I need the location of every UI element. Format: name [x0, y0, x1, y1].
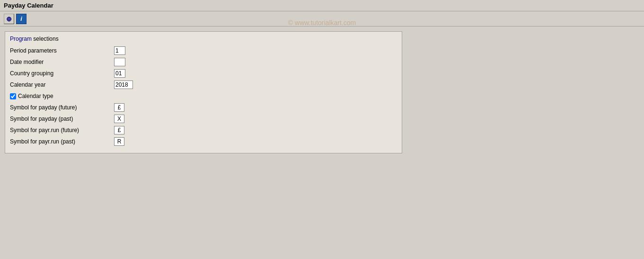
country-grouping-row: Country grouping — [10, 69, 397, 78]
back-icon: ⊕ — [6, 15, 12, 23]
symbol-payrrun-past-label: Symbol for payr.run (past) — [10, 138, 114, 145]
date-modifier-row: Date modifier — [10, 57, 397, 67]
country-grouping-input[interactable] — [114, 69, 125, 78]
section-title-program: Program — [10, 36, 32, 42]
calendar-type-row: Calendar type — [10, 91, 397, 101]
date-modifier-input[interactable] — [114, 58, 125, 66]
symbol-payrrun-future-label: Symbol for payr.run (future) — [10, 127, 114, 134]
toolbar: ⊕ i © www.tutorialkart.com — [0, 11, 644, 27]
back-button[interactable]: ⊕ — [4, 14, 14, 24]
page-title: Payday Calendar — [4, 2, 53, 9]
symbol-payday-future-row: Symbol for payday (future) — [10, 103, 397, 112]
symbol-payrrun-future-row: Symbol for payr.run (future) — [10, 125, 397, 135]
watermark-text: © www.tutorialkart.com — [288, 19, 356, 27]
program-selections-section: Program selections Period parameters Dat… — [5, 31, 402, 153]
calendar-type-label[interactable]: Calendar type — [18, 93, 53, 99]
symbol-payday-future-input[interactable] — [114, 103, 124, 112]
calendar-year-row: Calendar year — [10, 80, 397, 89]
section-title: Program selections — [10, 36, 397, 42]
date-modifier-label: Date modifier — [10, 59, 114, 65]
country-grouping-label: Country grouping — [10, 70, 114, 77]
period-parameters-input[interactable] — [114, 46, 125, 55]
symbol-payrrun-past-row: Symbol for payr.run (past) — [10, 137, 397, 146]
section-title-selections: selections — [32, 36, 59, 42]
calendar-type-checkbox[interactable] — [10, 93, 16, 99]
calendar-year-input[interactable] — [114, 80, 133, 89]
info-button[interactable]: i — [16, 14, 26, 24]
period-parameters-row: Period parameters — [10, 46, 397, 55]
symbol-payday-past-label: Symbol for payday (past) — [10, 116, 114, 122]
info-icon: i — [20, 15, 22, 22]
symbol-payrrun-past-input[interactable] — [114, 137, 124, 146]
symbol-payday-past-input[interactable] — [114, 115, 124, 123]
title-bar: Payday Calendar — [0, 0, 644, 11]
calendar-year-label: Calendar year — [10, 81, 114, 88]
symbol-payday-future-label: Symbol for payday (future) — [10, 104, 114, 111]
main-content: Program selections Period parameters Dat… — [0, 27, 644, 158]
symbol-payday-past-row: Symbol for payday (past) — [10, 114, 397, 124]
period-parameters-label: Period parameters — [10, 47, 114, 54]
symbol-payrrun-future-input[interactable] — [114, 126, 124, 134]
